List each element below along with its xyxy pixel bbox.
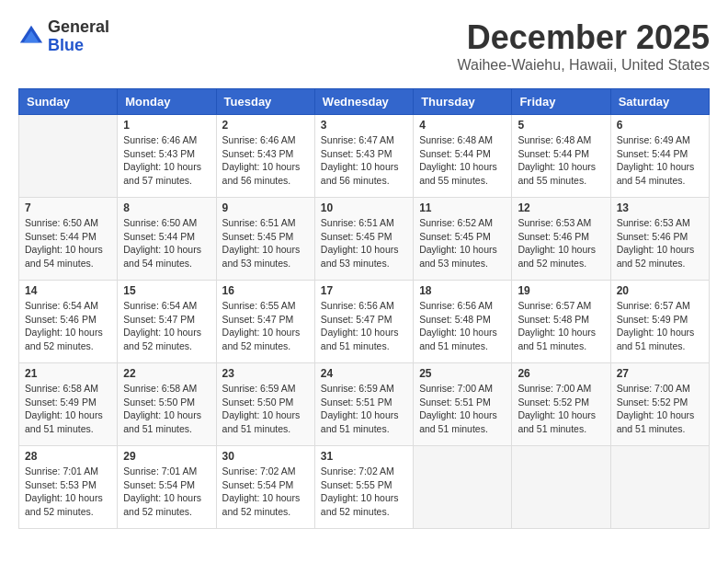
cell-content: Sunrise: 6:58 AM Sunset: 5:49 PM Dayligh… xyxy=(25,382,111,436)
cell-content: Sunrise: 6:46 AM Sunset: 5:43 PM Dayligh… xyxy=(222,133,309,188)
location-title: Waihee-Waiehu, Hawaii, United States xyxy=(458,57,711,74)
day-number: 4 xyxy=(419,119,506,132)
week-row-5: 28Sunrise: 7:01 AM Sunset: 5:53 PM Dayli… xyxy=(19,446,710,529)
week-row-2: 7Sunrise: 6:50 AM Sunset: 5:44 PM Daylig… xyxy=(19,198,710,281)
calendar-cell: 19Sunrise: 6:57 AM Sunset: 5:48 PM Dayli… xyxy=(512,281,610,363)
day-number: 23 xyxy=(222,367,309,380)
month-title: December 2025 xyxy=(458,18,711,57)
cell-content: Sunrise: 6:48 AM Sunset: 5:44 PM Dayligh… xyxy=(419,133,506,188)
calendar-cell: 27Sunrise: 7:00 AM Sunset: 5:52 PM Dayli… xyxy=(610,363,709,446)
cell-content: Sunrise: 6:56 AM Sunset: 5:47 PM Dayligh… xyxy=(321,299,407,353)
cell-content: Sunrise: 6:50 AM Sunset: 5:44 PM Dayligh… xyxy=(25,216,111,270)
cell-content: Sunrise: 6:51 AM Sunset: 5:45 PM Dayligh… xyxy=(222,216,309,270)
week-row-4: 21Sunrise: 6:58 AM Sunset: 5:49 PM Dayli… xyxy=(19,363,710,446)
day-number: 14 xyxy=(25,284,111,297)
calendar-cell xyxy=(19,115,118,198)
cell-content: Sunrise: 6:58 AM Sunset: 5:50 PM Dayligh… xyxy=(123,382,210,436)
day-number: 16 xyxy=(222,284,309,297)
calendar-cell: 18Sunrise: 6:56 AM Sunset: 5:48 PM Dayli… xyxy=(414,281,512,363)
day-number: 8 xyxy=(123,201,210,214)
day-number: 7 xyxy=(25,201,111,214)
header-row: SundayMondayTuesdayWednesdayThursdayFrid… xyxy=(19,89,710,115)
day-number: 22 xyxy=(123,367,210,380)
calendar-cell xyxy=(512,446,610,529)
day-number: 19 xyxy=(518,284,604,297)
cell-content: Sunrise: 6:47 AM Sunset: 5:43 PM Dayligh… xyxy=(321,133,407,188)
logo: General Blue xyxy=(18,18,109,55)
calendar-cell: 23Sunrise: 6:59 AM Sunset: 5:50 PM Dayli… xyxy=(216,363,314,446)
cell-content: Sunrise: 6:54 AM Sunset: 5:47 PM Dayligh… xyxy=(123,299,210,353)
col-header-friday: Friday xyxy=(512,89,610,115)
day-number: 20 xyxy=(617,284,703,297)
cell-content: Sunrise: 6:59 AM Sunset: 5:50 PM Dayligh… xyxy=(222,382,309,436)
day-number: 18 xyxy=(419,284,506,297)
calendar-cell: 14Sunrise: 6:54 AM Sunset: 5:46 PM Dayli… xyxy=(19,281,118,363)
col-header-monday: Monday xyxy=(118,89,216,115)
calendar-table: SundayMondayTuesdayWednesdayThursdayFrid… xyxy=(18,88,710,529)
calendar-cell: 25Sunrise: 7:00 AM Sunset: 5:51 PM Dayli… xyxy=(414,363,512,446)
cell-content: Sunrise: 6:52 AM Sunset: 5:45 PM Dayligh… xyxy=(419,216,506,270)
day-number: 27 xyxy=(617,367,703,380)
col-header-tuesday: Tuesday xyxy=(216,89,314,115)
calendar-cell: 1Sunrise: 6:46 AM Sunset: 5:43 PM Daylig… xyxy=(118,115,216,198)
cell-content: Sunrise: 7:00 AM Sunset: 5:52 PM Dayligh… xyxy=(617,382,703,436)
day-number: 26 xyxy=(518,367,604,380)
calendar-cell: 17Sunrise: 6:56 AM Sunset: 5:47 PM Dayli… xyxy=(314,281,413,363)
day-number: 25 xyxy=(419,367,506,380)
calendar-cell: 11Sunrise: 6:52 AM Sunset: 5:45 PM Dayli… xyxy=(414,198,512,281)
calendar-cell: 20Sunrise: 6:57 AM Sunset: 5:49 PM Dayli… xyxy=(610,281,709,363)
calendar-cell: 10Sunrise: 6:51 AM Sunset: 5:45 PM Dayli… xyxy=(314,198,413,281)
calendar-cell: 8Sunrise: 6:50 AM Sunset: 5:44 PM Daylig… xyxy=(118,198,216,281)
calendar-cell: 13Sunrise: 6:53 AM Sunset: 5:46 PM Dayli… xyxy=(610,198,709,281)
cell-content: Sunrise: 6:46 AM Sunset: 5:43 PM Dayligh… xyxy=(123,133,210,188)
calendar-cell: 4Sunrise: 6:48 AM Sunset: 5:44 PM Daylig… xyxy=(414,115,512,198)
calendar-cell: 28Sunrise: 7:01 AM Sunset: 5:53 PM Dayli… xyxy=(19,446,118,529)
day-number: 5 xyxy=(518,119,604,132)
day-number: 11 xyxy=(419,201,506,214)
calendar-cell: 9Sunrise: 6:51 AM Sunset: 5:45 PM Daylig… xyxy=(216,198,314,281)
cell-content: Sunrise: 6:59 AM Sunset: 5:51 PM Dayligh… xyxy=(321,382,407,436)
cell-content: Sunrise: 6:57 AM Sunset: 5:49 PM Dayligh… xyxy=(617,299,703,353)
day-number: 29 xyxy=(123,450,210,463)
day-number: 24 xyxy=(321,367,407,380)
logo-general-text: General xyxy=(48,18,109,37)
day-number: 6 xyxy=(617,119,703,132)
day-number: 9 xyxy=(222,201,309,214)
week-row-1: 1Sunrise: 6:46 AM Sunset: 5:43 PM Daylig… xyxy=(19,115,710,198)
day-number: 30 xyxy=(222,450,309,463)
cell-content: Sunrise: 6:50 AM Sunset: 5:44 PM Dayligh… xyxy=(123,216,210,270)
calendar-cell: 21Sunrise: 6:58 AM Sunset: 5:49 PM Dayli… xyxy=(19,363,118,446)
cell-content: Sunrise: 7:00 AM Sunset: 5:52 PM Dayligh… xyxy=(518,382,604,436)
calendar-cell: 12Sunrise: 6:53 AM Sunset: 5:46 PM Dayli… xyxy=(512,198,610,281)
col-header-wednesday: Wednesday xyxy=(314,89,413,115)
cell-content: Sunrise: 6:53 AM Sunset: 5:46 PM Dayligh… xyxy=(617,216,703,270)
calendar-cell: 7Sunrise: 6:50 AM Sunset: 5:44 PM Daylig… xyxy=(19,198,118,281)
day-number: 31 xyxy=(321,450,407,463)
day-number: 12 xyxy=(518,201,604,214)
calendar-cell: 31Sunrise: 7:02 AM Sunset: 5:55 PM Dayli… xyxy=(314,446,413,529)
title-area: December 2025 Waihee-Waiehu, Hawaii, Uni… xyxy=(458,18,711,74)
cell-content: Sunrise: 6:48 AM Sunset: 5:44 PM Dayligh… xyxy=(518,133,604,188)
calendar-cell: 22Sunrise: 6:58 AM Sunset: 5:50 PM Dayli… xyxy=(118,363,216,446)
cell-content: Sunrise: 6:53 AM Sunset: 5:46 PM Dayligh… xyxy=(518,216,604,270)
day-number: 17 xyxy=(321,284,407,297)
day-number: 13 xyxy=(617,201,703,214)
col-header-saturday: Saturday xyxy=(610,89,709,115)
calendar-cell: 15Sunrise: 6:54 AM Sunset: 5:47 PM Dayli… xyxy=(118,281,216,363)
calendar-cell: 5Sunrise: 6:48 AM Sunset: 5:44 PM Daylig… xyxy=(512,115,610,198)
day-number: 3 xyxy=(321,119,407,132)
cell-content: Sunrise: 6:54 AM Sunset: 5:46 PM Dayligh… xyxy=(25,299,111,353)
cell-content: Sunrise: 6:57 AM Sunset: 5:48 PM Dayligh… xyxy=(518,299,604,353)
col-header-sunday: Sunday xyxy=(19,89,118,115)
calendar-cell: 16Sunrise: 6:55 AM Sunset: 5:47 PM Dayli… xyxy=(216,281,314,363)
cell-content: Sunrise: 7:01 AM Sunset: 5:53 PM Dayligh… xyxy=(25,465,111,519)
calendar-cell: 3Sunrise: 6:47 AM Sunset: 5:43 PM Daylig… xyxy=(314,115,413,198)
calendar-cell: 6Sunrise: 6:49 AM Sunset: 5:44 PM Daylig… xyxy=(610,115,709,198)
day-number: 10 xyxy=(321,201,407,214)
calendar-cell xyxy=(414,446,512,529)
day-number: 1 xyxy=(123,119,210,132)
day-number: 2 xyxy=(222,119,309,132)
calendar-cell: 24Sunrise: 6:59 AM Sunset: 5:51 PM Dayli… xyxy=(314,363,413,446)
calendar-cell: 2Sunrise: 6:46 AM Sunset: 5:43 PM Daylig… xyxy=(216,115,314,198)
calendar-cell: 30Sunrise: 7:02 AM Sunset: 5:54 PM Dayli… xyxy=(216,446,314,529)
